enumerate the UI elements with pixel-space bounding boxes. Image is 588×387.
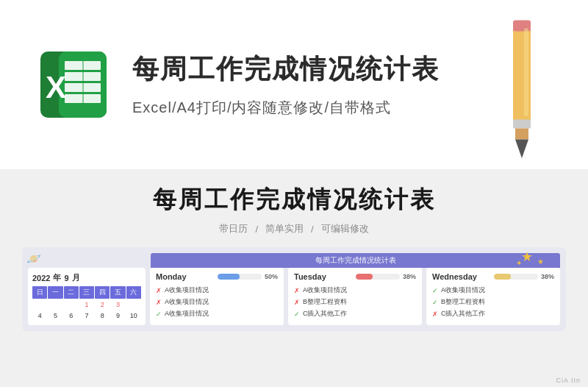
table-title-bar: 每周工作完成情况统计表 xyxy=(151,253,560,268)
tuesday-progress-bar xyxy=(356,274,400,280)
top-card: X 每周工作完成情况统计表 Excel/A4打印/内容随意修改/自带格式 xyxy=(0,0,588,169)
day-header-fri: 五 xyxy=(110,286,125,299)
feature-3: 可编辑修改 xyxy=(321,222,369,235)
day-header-sun: 日 xyxy=(32,286,47,299)
cal-cell xyxy=(64,299,79,310)
cal-cell: 5 xyxy=(48,310,62,321)
wednesday-label: Wednesday xyxy=(432,272,477,281)
star-small1: ★ xyxy=(537,258,544,266)
tuesday-item-text-3: C插入其他工作 xyxy=(303,309,348,319)
wednesday-status-2: ✓ xyxy=(432,299,438,306)
cal-cell: 3 xyxy=(110,299,125,310)
excel-logo: X xyxy=(37,48,110,121)
monday-progress-bar xyxy=(218,274,262,280)
tuesday-label: Tuesday xyxy=(294,272,326,281)
cal-cell: 6 xyxy=(64,310,79,321)
day-header-sat: 六 xyxy=(126,286,141,299)
cal-cell: 7 xyxy=(79,310,94,321)
wednesday-item-text-2: B整理工程资料 xyxy=(441,297,485,307)
wednesday-item-text-1: A收集项目情况 xyxy=(441,285,485,295)
cal-cell: 8 xyxy=(95,310,110,321)
planet-decoration: 🪐 xyxy=(26,252,41,266)
top-sub-title: Excel/A4打印/内容随意修改/自带格式 xyxy=(132,98,440,118)
tuesday-section: Tuesday 38% ✗ A收集项目情况 ✗ B整理工程资料 ✓ C插入其他工… xyxy=(288,268,422,325)
cal-cell: 1 xyxy=(79,299,94,310)
cal-year-label: 年 xyxy=(53,272,61,283)
cal-cell: 9 xyxy=(110,310,125,321)
cal-cell xyxy=(126,299,141,310)
monday-percent: 50% xyxy=(265,273,278,280)
svg-rect-6 xyxy=(82,61,84,103)
tuesday-progress-fill xyxy=(356,274,373,280)
monday-status-1: ✗ xyxy=(156,287,162,294)
monday-header: Monday 50% xyxy=(156,272,278,281)
calendar-grid: 日 一 二 三 四 五 六 1 2 3 4 5 6 7 8 xyxy=(32,286,141,321)
cal-cell: 2 xyxy=(95,299,110,310)
cal-cell xyxy=(32,299,47,310)
cal-month: 9 xyxy=(64,274,68,283)
tuesday-header: Tuesday 38% xyxy=(294,272,416,281)
wednesday-percent: 38% xyxy=(541,273,554,280)
monday-item-3: ✓ A收集项目情况 xyxy=(156,309,278,319)
preview-container: 每周工作完成情况统计表 🪐 ★ ★ ✦ 2022 年 9 月 日 一 二 三 四… xyxy=(22,247,566,331)
feature-1: 带日历 xyxy=(219,222,248,235)
svg-marker-12 xyxy=(515,140,528,159)
feature-2: 简单实用 xyxy=(265,222,304,235)
wednesday-item-text-3: C插入其他工作 xyxy=(441,309,486,319)
tuesday-item-text-1: A收集项目情况 xyxy=(303,285,347,295)
tuesday-item-2: ✗ B整理工程资料 xyxy=(294,297,416,307)
cal-year: 2022 xyxy=(32,274,50,283)
bottom-area: 每周工作完成情况统计表 带日历 / 简单实用 / 可编辑修改 每周工作完成情况统… xyxy=(0,169,588,387)
monday-item-2: ✗ A收集项目情况 xyxy=(156,297,278,307)
bottom-main-title: 每周工作完成情况统计表 xyxy=(153,184,436,216)
wednesday-section: Wednesday 38% ✓ A收集项目情况 ✓ B整理工程资料 ✗ C插入其… xyxy=(426,268,560,325)
watermark: CiA IIn xyxy=(556,377,581,384)
calendar-section: 2022 年 9 月 日 一 二 三 四 五 六 1 2 3 xyxy=(28,268,146,325)
tuesday-status-1: ✗ xyxy=(294,287,300,294)
monday-status-3: ✓ xyxy=(156,310,162,318)
day-header-thu: 四 xyxy=(95,286,110,299)
svg-rect-13 xyxy=(524,28,528,116)
sep-1: / xyxy=(255,224,258,235)
svg-rect-10 xyxy=(513,120,531,129)
cal-cell: 4 xyxy=(32,310,47,321)
top-main-title: 每周工作完成情况统计表 xyxy=(132,52,440,88)
top-text-container: 每周工作完成情况统计表 Excel/A4打印/内容随意修改/自带格式 xyxy=(132,52,440,118)
sep-2: / xyxy=(311,224,314,235)
monday-item-text-2: A收集项目情况 xyxy=(165,297,209,307)
wednesday-item-3: ✗ C插入其他工作 xyxy=(432,309,554,319)
wednesday-progress-fill xyxy=(494,274,511,280)
cal-month-label: 月 xyxy=(72,272,80,283)
monday-label: Monday xyxy=(156,272,187,281)
cal-cell xyxy=(48,299,62,310)
tuesday-status-3: ✓ xyxy=(294,310,300,318)
wednesday-header: Wednesday 38% xyxy=(432,272,554,281)
star-small2: ✦ xyxy=(516,259,522,267)
tuesday-item-3: ✓ C插入其他工作 xyxy=(294,309,416,319)
star-big: ★ xyxy=(521,249,533,265)
wednesday-item-2: ✓ B整理工程资料 xyxy=(432,297,554,307)
wednesday-status-3: ✗ xyxy=(432,310,438,318)
tuesday-item-text-2: B整理工程资料 xyxy=(303,297,347,307)
features-row: 带日历 / 简单实用 / 可编辑修改 xyxy=(219,222,368,235)
monday-item-text-3: A收集项目情况 xyxy=(165,309,209,319)
monday-item-1: ✗ A收集项目情况 xyxy=(156,285,278,295)
monday-item-text-1: A收集项目情况 xyxy=(165,285,209,295)
cal-cell: 10 xyxy=(126,310,141,321)
monday-progress-fill xyxy=(218,274,240,280)
day-header-wed: 三 xyxy=(79,286,94,299)
day-header-mon: 一 xyxy=(48,286,62,299)
monday-section: Monday 50% ✗ A收集项目情况 ✗ A收集项目情况 ✓ A收集项目情况 xyxy=(150,268,284,325)
tuesday-status-2: ✗ xyxy=(294,299,300,306)
calendar-header: 2022 年 9 月 xyxy=(32,272,141,283)
pencil-decoration xyxy=(500,15,544,103)
tuesday-percent: 38% xyxy=(403,273,416,280)
wednesday-status-1: ✓ xyxy=(432,287,438,294)
day-header-tue: 二 xyxy=(64,286,79,299)
tuesday-item-1: ✗ A收集项目情况 xyxy=(294,285,416,295)
wednesday-progress-bar xyxy=(494,274,538,280)
svg-rect-11 xyxy=(515,129,528,140)
svg-text:X: X xyxy=(46,70,66,104)
wednesday-item-1: ✓ A收集项目情况 xyxy=(432,285,554,295)
monday-status-2: ✗ xyxy=(156,299,162,306)
